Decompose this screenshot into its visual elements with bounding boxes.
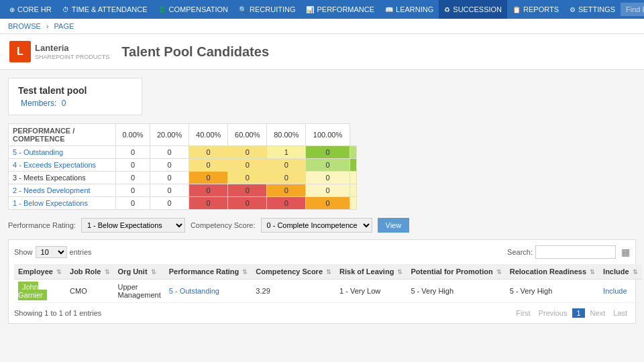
compensation-icon: 💲: [158, 6, 166, 13]
perf-header-40: 40.00%: [189, 124, 228, 146]
succession-icon: ♻: [444, 6, 450, 13]
find-employee-input[interactable]: [621, 3, 644, 16]
previous-page-btn[interactable]: Previous: [536, 308, 570, 318]
breadcrumb-sep: ›: [46, 22, 49, 30]
perf-row-label: 4 - Exceeds Expectations: [9, 159, 116, 172]
learning-icon: 📖: [385, 6, 393, 13]
employee-name[interactable]: John Garnier: [18, 282, 47, 300]
sort-arrow-risk: ⇅: [397, 269, 402, 276]
perf-cell: 0: [150, 184, 189, 197]
perf-row-label: 3 - Meets Expecations: [9, 172, 116, 184]
perf-cell: 0: [150, 159, 189, 172]
org-unit-cell: Upper Management: [114, 280, 165, 303]
risk-of-leaving-cell: 1 - Very Low: [335, 280, 407, 303]
perf-row-label: 2 - Needs Development: [9, 184, 116, 197]
last-page-btn[interactable]: Last: [610, 308, 630, 318]
competency-score-cell: 3.29: [252, 280, 335, 303]
nav-core-hr[interactable]: ⊕ CORE HR: [4, 0, 57, 19]
showing-text: Showing 1 to 1 of 1 entries: [14, 309, 101, 317]
perf-cell: 0: [228, 197, 267, 210]
breadcrumb-page[interactable]: PAGE: [54, 22, 74, 30]
breadcrumb: BROWSE › PAGE: [0, 19, 644, 34]
perf-cell-base: 0: [116, 159, 150, 172]
pagination-buttons: First Previous 1 Next Last: [513, 308, 630, 318]
performance-rating-cell: 5 - Outstanding: [165, 280, 252, 303]
competency-score-select[interactable]: 0 - Complete Incompetence 1 - Very Low 2…: [261, 218, 372, 233]
nav-compensation[interactable]: 💲 COMPENSATION: [153, 0, 233, 19]
perf-cell: 0: [267, 159, 306, 172]
perf-cell: [350, 146, 356, 159]
perf-cell: 0: [306, 146, 350, 159]
relocation-readiness-cell: 5 - Very High: [506, 280, 599, 303]
perf-cell: 0: [306, 197, 350, 210]
performance-icon: 📊: [306, 6, 314, 13]
data-table-wrapper: Show 10 25 50 100 entries Search: ▦ Empl…: [8, 239, 636, 324]
view-button[interactable]: View: [378, 218, 410, 233]
sort-arrow-comp: ⇅: [326, 269, 331, 276]
logo-icon: L: [9, 41, 31, 62]
perf-cell: 0: [189, 184, 228, 197]
col-include[interactable]: Include ⇅: [599, 264, 642, 280]
time-icon: ⏱: [62, 6, 69, 13]
first-page-btn[interactable]: First: [513, 308, 533, 318]
perf-cell: 0: [150, 197, 189, 210]
job-role-cell: CMO: [66, 280, 114, 303]
nav-reports[interactable]: 📋 REPORTS: [507, 0, 564, 19]
logo-sub: SHAREPOINT PRODUCTS: [35, 54, 109, 60]
perf-cell: 0: [306, 184, 350, 197]
potential-for-promotion-cell: 5 - Very High: [407, 280, 505, 303]
competency-score-label: Competency Score:: [191, 221, 256, 229]
perf-cell: 0: [189, 172, 228, 184]
col-performance-rating[interactable]: Performance Rating ⇅: [165, 264, 252, 280]
nav-performance[interactable]: 📊 PERFORMANCE: [301, 0, 380, 19]
perf-cell: [350, 197, 356, 210]
perf-cell: 0: [228, 184, 267, 197]
members-row: Members: 0: [18, 99, 132, 108]
perf-header-20: 20.00%: [150, 124, 189, 146]
performance-rating-select[interactable]: 1 - Below Expectations 2 - Needs Develop…: [81, 218, 185, 233]
perf-cell: 0: [267, 197, 306, 210]
performance-rating-label: Performance Rating:: [8, 221, 76, 229]
perf-cell: [350, 184, 356, 197]
nav-settings[interactable]: ⚙ SETTINGS: [564, 0, 621, 19]
col-potential-for-promotion[interactable]: Potential for Promotion ⇅: [407, 264, 505, 280]
col-relocation-readiness[interactable]: Relocation Readiness ⇅: [506, 264, 599, 280]
perf-cell: [350, 159, 356, 172]
page-title: Talent Pool Candidates: [121, 44, 269, 60]
table-controls: Show 10 25 50 100 entries Search: ▦: [14, 245, 630, 259]
col-job-role[interactable]: Job Role ⇅: [66, 264, 114, 280]
perf-cell: 0: [228, 172, 267, 184]
include-cell[interactable]: Include: [599, 280, 642, 303]
nav-time-attendance[interactable]: ⏱ TIME & ATTENDANCE: [57, 0, 153, 19]
sort-arrow-perf: ⇅: [242, 269, 248, 276]
logo-name: Lanteria: [35, 43, 109, 54]
search-input[interactable]: [535, 245, 616, 259]
sort-arrow-org-unit: ⇅: [151, 269, 156, 276]
col-employee[interactable]: Employee ⇅: [14, 264, 66, 280]
perf-cell: 0: [267, 184, 306, 197]
nav-learning[interactable]: 📖 LEARNING: [380, 0, 439, 19]
candidates-table: Employee ⇅ Job Role ⇅ Org Unit ⇅ Perform…: [14, 264, 642, 303]
perf-cell-base: 0: [116, 172, 150, 184]
perf-cell-base: 0: [116, 184, 150, 197]
employee-cell[interactable]: John Garnier: [14, 280, 66, 303]
include-link[interactable]: Include: [603, 287, 627, 295]
recruiting-icon: 🔍: [239, 6, 247, 13]
columns-icon[interactable]: ▦: [621, 247, 630, 257]
nav-succession[interactable]: ♻ SUCCESSION: [439, 0, 507, 19]
sort-arrow-job-role: ⇅: [105, 269, 110, 276]
next-page-btn[interactable]: Next: [588, 308, 608, 318]
col-competency-score[interactable]: Competency Score ⇅: [252, 264, 335, 280]
breadcrumb-browse[interactable]: BROWSE: [8, 22, 41, 30]
performance-rating-value: 5 - Outstanding: [169, 287, 219, 295]
perf-cell-base: 0: [116, 197, 150, 210]
perf-cell: 0: [189, 146, 228, 159]
show-entries-select[interactable]: 10 25 50 100: [36, 246, 67, 258]
col-risk-of-leaving[interactable]: Risk of Leaving ⇅: [335, 264, 407, 280]
col-org-unit[interactable]: Org Unit ⇅: [114, 264, 165, 280]
table-row: John GarnierCMOUpper Management5 - Outst…: [14, 280, 642, 303]
nav-recruiting[interactable]: 🔍 RECRUITING: [233, 0, 301, 19]
perf-cell: 0: [150, 146, 189, 159]
perf-header-80: 80.00%: [267, 124, 306, 146]
perf-header-100: 100.00%: [306, 124, 350, 146]
